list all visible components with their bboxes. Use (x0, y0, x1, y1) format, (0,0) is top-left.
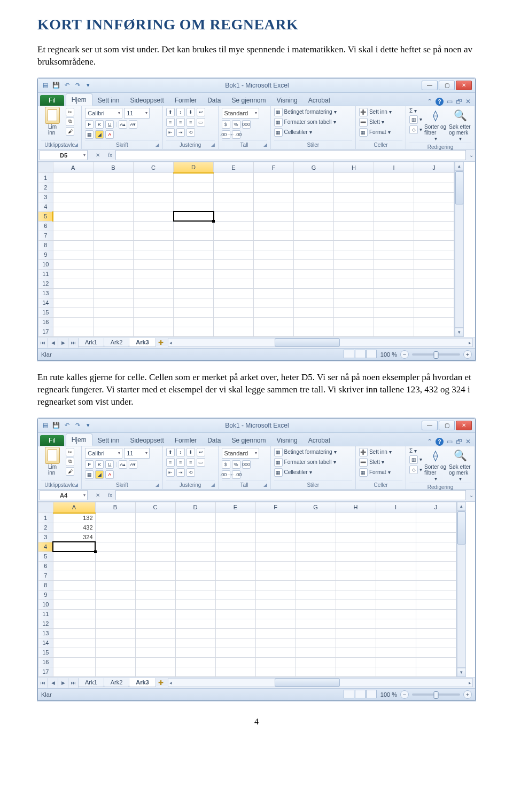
spreadsheet-grid-2[interactable]: ABCDEFGHIJ113224323324456789101112131415… (38, 502, 456, 677)
cell-A10[interactable] (53, 600, 95, 609)
cell-A15[interactable] (53, 648, 95, 657)
cell-G14[interactable] (294, 298, 334, 308)
cell-H11[interactable] (336, 609, 376, 619)
cell-I12[interactable] (376, 619, 416, 628)
row-header-14[interactable]: 14 (38, 298, 53, 308)
tab-file[interactable]: Fil (40, 95, 64, 106)
tab-formler[interactable]: Formler (169, 94, 202, 106)
cell-C15[interactable] (135, 648, 175, 657)
cell-D2[interactable] (175, 523, 215, 532)
cell-H7[interactable] (334, 231, 374, 240)
cell-J1[interactable] (414, 173, 454, 183)
cell-F7[interactable] (255, 571, 296, 580)
cell-J16[interactable] (416, 657, 456, 667)
cell-D13[interactable] (175, 628, 215, 638)
cell-F2[interactable] (255, 523, 296, 532)
cell-A6[interactable] (53, 561, 95, 571)
qat-dropdown-icon[interactable]: ▾ (84, 81, 92, 90)
font-color-icon[interactable]: A (105, 130, 114, 139)
align-middle-icon[interactable]: ↕ (176, 108, 185, 116)
cell-I9[interactable] (374, 250, 414, 259)
cell-F1[interactable] (254, 173, 294, 183)
cell-D14[interactable] (175, 638, 215, 648)
cell-E10[interactable] (215, 600, 255, 609)
cell-G7[interactable] (296, 571, 336, 580)
cell-A9[interactable] (53, 590, 95, 600)
cell-C5[interactable] (134, 211, 174, 221)
cell-H13[interactable] (336, 628, 376, 638)
cell-G12[interactable] (296, 619, 336, 628)
paste-button[interactable]: Lim inn (41, 448, 64, 476)
cell-B13[interactable] (94, 288, 134, 298)
cell-F13[interactable] (254, 288, 294, 298)
decrease-decimal-icon[interactable]: ←.00 (232, 130, 240, 139)
row-header-12[interactable]: 12 (38, 619, 53, 628)
cell-C12[interactable] (135, 619, 175, 628)
insert-cells-button[interactable]: ➕Sett inn ▾ (359, 108, 392, 116)
cell-B17[interactable] (95, 667, 135, 676)
dialog-launcher-icon[interactable]: ◢ (74, 482, 78, 487)
row-header-6[interactable]: 6 (38, 221, 53, 231)
col-header-I[interactable]: I (376, 502, 416, 513)
cell-I8[interactable] (376, 580, 416, 590)
cell-B13[interactable] (95, 628, 135, 638)
cell-E6[interactable] (214, 221, 254, 231)
cell-B4[interactable] (94, 202, 134, 211)
format-painter-icon[interactable]: 🖌 (66, 127, 74, 136)
delete-cells-button[interactable]: ➖Slett ▾ (359, 458, 384, 467)
increase-decimal-icon[interactable]: .00→ (222, 130, 230, 139)
wrap-text-icon[interactable]: ↩ (197, 108, 205, 116)
cell-I15[interactable] (376, 648, 416, 657)
expand-formula-bar-icon[interactable]: ⌄ (468, 492, 475, 498)
first-sheet-icon[interactable]: ⏮ (38, 678, 48, 688)
cell-J15[interactable] (414, 308, 454, 317)
cell-J6[interactable] (414, 221, 454, 231)
cell-H1[interactable] (334, 173, 374, 183)
cell-H4[interactable] (336, 542, 376, 551)
cell-F12[interactable] (255, 619, 296, 628)
zoom-out-icon[interactable]: − (400, 690, 409, 699)
insert-function-icon[interactable]: fx (105, 151, 115, 160)
cell-D3[interactable] (174, 192, 214, 202)
row-header-4[interactable]: 4 (38, 202, 53, 211)
cell-D13[interactable] (174, 288, 214, 298)
shrink-font-icon[interactable]: A▾ (129, 460, 137, 469)
insert-sheet-icon[interactable]: ✚ (156, 679, 166, 687)
cell-C11[interactable] (135, 609, 175, 619)
cell-B17[interactable] (94, 327, 134, 336)
cell-B5[interactable] (94, 211, 134, 221)
cell-H2[interactable] (336, 523, 376, 532)
doc-close-icon[interactable]: ✕ (465, 98, 471, 105)
cell-D10[interactable] (174, 259, 214, 269)
cell-F11[interactable] (255, 609, 296, 619)
row-header-15[interactable]: 15 (38, 648, 53, 657)
cell-J13[interactable] (416, 628, 456, 638)
scroll-up-icon[interactable]: ▴ (455, 162, 464, 171)
col-header-H[interactable]: H (334, 162, 374, 173)
col-header-A[interactable]: A (53, 162, 94, 173)
cell-B10[interactable] (94, 259, 134, 269)
insert-cells-button[interactable]: ➕Sett inn ▾ (359, 448, 392, 456)
cell-E13[interactable] (215, 628, 255, 638)
cell-I6[interactable] (376, 561, 416, 571)
cell-F2[interactable] (254, 183, 294, 192)
cell-A13[interactable] (53, 628, 95, 638)
sheet-tab-ark2[interactable]: Ark2 (104, 678, 130, 687)
cell-B14[interactable] (94, 298, 134, 308)
cell-J14[interactable] (416, 638, 456, 648)
cell-G6[interactable] (294, 221, 334, 231)
cell-C9[interactable] (134, 250, 174, 259)
row-header-16[interactable]: 16 (38, 317, 53, 327)
insert-function-icon[interactable]: fx (105, 491, 115, 500)
cell-A15[interactable] (53, 308, 94, 317)
cell-I12[interactable] (374, 279, 414, 288)
cell-G1[interactable] (294, 173, 334, 183)
cell-A10[interactable] (53, 259, 94, 269)
cell-E13[interactable] (214, 288, 254, 298)
cell-A4[interactable] (53, 202, 94, 211)
align-left-icon[interactable]: ≡ (166, 458, 175, 467)
row-header-9[interactable]: 9 (38, 250, 53, 259)
tab-hjem[interactable]: Hjem (66, 433, 92, 446)
cell-E4[interactable] (215, 542, 255, 551)
cell-B15[interactable] (94, 308, 134, 317)
